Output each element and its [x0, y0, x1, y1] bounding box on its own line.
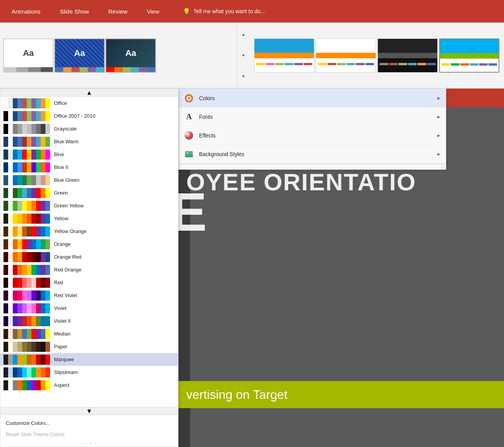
swatch-color — [27, 355, 31, 365]
palette-item-name: Blue Warm — [54, 139, 79, 144]
swatch-color — [27, 124, 31, 134]
tab-animations[interactable]: Animations — [8, 6, 44, 17]
swatch-color — [17, 342, 22, 352]
swatch-color — [36, 252, 41, 262]
swatch-color — [27, 329, 31, 339]
scroll-expand-arrow[interactable]: ▼ — [239, 71, 248, 81]
palette-scroll-down[interactable]: ▼ — [0, 407, 178, 415]
palette-item-greenyellow[interactable]: Green Yellow — [0, 199, 178, 212]
scroll-up-arrow[interactable]: ▲ — [239, 30, 248, 39]
swatch-color — [8, 98, 13, 108]
palette-item-violet[interactable]: Violet — [0, 302, 178, 315]
swatch-color — [22, 278, 27, 288]
palette-item-redorange[interactable]: Red Orange — [0, 263, 178, 276]
swatch-color — [17, 355, 22, 365]
palette-item-slipstream[interactable]: Slipstream — [0, 366, 178, 379]
swatch-color — [13, 124, 17, 134]
swatch-color — [45, 316, 50, 326]
palette-item-median[interactable]: Median — [0, 327, 178, 340]
palette-item-name: Violet — [54, 305, 66, 311]
tell-me-bar[interactable]: 💡 Tell me what you want to do... — [183, 8, 265, 15]
effects-arrow: ► — [436, 133, 441, 138]
swatch-color — [31, 98, 36, 108]
swatch-color — [8, 150, 13, 160]
palette-scroll-up[interactable]: ▲ — [0, 89, 178, 97]
swatch-color — [45, 137, 50, 147]
palette-item-office2007[interactable]: Office 2007 - 2010 — [0, 110, 178, 122]
swatch-color — [31, 355, 36, 365]
swatch-color — [22, 201, 27, 211]
svg-point-2 — [188, 97, 190, 99]
palette-item-name: Red Violet — [54, 292, 77, 298]
theme-swatch-3[interactable] — [378, 38, 438, 73]
theme-swatch-4[interactable] — [439, 38, 499, 73]
swatch-group-greenyellow — [3, 201, 50, 211]
palette-item-aspect[interactable]: Aspect — [0, 379, 178, 391]
palette-item-name: Slipstream — [54, 369, 78, 375]
palette-item-bluewarm[interactable]: Blue Warm — [0, 135, 178, 148]
palette-item-redviolet[interactable]: Red Violet — [0, 289, 178, 302]
swatch-color — [22, 355, 27, 365]
swatch-color — [3, 355, 8, 365]
theme-swatch-1[interactable] — [254, 38, 314, 73]
swatch-color — [27, 252, 31, 262]
palette-item-red[interactable]: Red — [0, 276, 178, 289]
swatch-color — [45, 355, 50, 365]
swatch-color — [8, 239, 13, 249]
theme-thumb-3[interactable]: Aa — [106, 38, 156, 73]
theme-swatch-2[interactable] — [316, 38, 376, 73]
palette-item-grayscale[interactable]: Grayscale — [0, 122, 178, 135]
theme-thumb-1[interactable]: Aa — [3, 38, 54, 73]
swatch-color — [3, 278, 8, 288]
swatch-group-median — [3, 329, 50, 339]
swatch-color — [41, 124, 45, 134]
swatch-color — [36, 303, 41, 313]
palette-item-name: Grayscale — [54, 126, 77, 132]
swatch-color — [13, 214, 17, 224]
swatch-color — [17, 111, 22, 121]
menu-item-colors[interactable]: Colors ► — [179, 89, 446, 108]
palette-item-green[interactable]: Green — [0, 186, 178, 199]
swatch-color — [41, 290, 45, 301]
palette-item-violetii[interactable]: Violet II — [0, 315, 178, 327]
swatch-color — [13, 150, 17, 160]
swatch-color — [45, 329, 50, 339]
swatch-color — [41, 175, 45, 185]
tab-view[interactable]: View — [143, 6, 163, 17]
theme-thumb-2[interactable]: Aa — [54, 38, 105, 73]
swatch-color — [36, 265, 41, 275]
tab-review[interactable]: Review — [104, 6, 131, 17]
menu-item-fonts[interactable]: A Fonts ► — [179, 108, 446, 126]
menu-item-effects[interactable]: Effects ► — [179, 126, 446, 145]
themes-scroll: Aa Aa Aa — [0, 23, 237, 88]
swatch-color — [22, 252, 27, 262]
swatch-color — [3, 316, 8, 326]
swatch-color — [17, 329, 22, 339]
scroll-down-arrow[interactable]: ▼ — [239, 50, 248, 60]
swatch-color — [17, 226, 22, 237]
swatch-color — [17, 98, 22, 108]
menu-item-background[interactable]: Background Styles ► — [179, 145, 446, 163]
palette-item-yellow[interactable]: Yellow — [0, 212, 178, 225]
reset-colors-link: Reset Slide Theme Colors — [0, 429, 178, 440]
palette-item-office[interactable]: Office — [0, 97, 178, 110]
swatch-color — [8, 188, 13, 198]
palette-item-orangered[interactable]: Orange Red — [0, 250, 178, 263]
swatch-color — [27, 380, 31, 390]
swatch-group-bluewarm — [3, 137, 50, 147]
palette-item-yelloworange[interactable]: Yellow Orange — [0, 225, 178, 238]
swatch-color — [31, 162, 36, 172]
tab-slideshow[interactable]: Slide Show — [56, 6, 93, 17]
palette-item-blue[interactable]: Blue — [0, 148, 178, 161]
palette-item-paper[interactable]: Paper — [0, 340, 178, 353]
customize-colors-link[interactable]: Customize Colors... — [0, 417, 178, 429]
palette-item-bluegreen[interactable]: Blue Green — [0, 174, 178, 186]
swatch-color — [31, 188, 36, 198]
swatch-color — [13, 98, 17, 108]
swatch-color — [3, 137, 8, 147]
swatch-color — [36, 201, 41, 211]
palette-item-blueii[interactable]: Blue II — [0, 161, 178, 174]
palette-item-orange[interactable]: Orange — [0, 238, 178, 250]
slide-green-bar: vertising on Target — [178, 381, 504, 408]
palette-item-marquee[interactable]: Marquee — [0, 353, 178, 366]
